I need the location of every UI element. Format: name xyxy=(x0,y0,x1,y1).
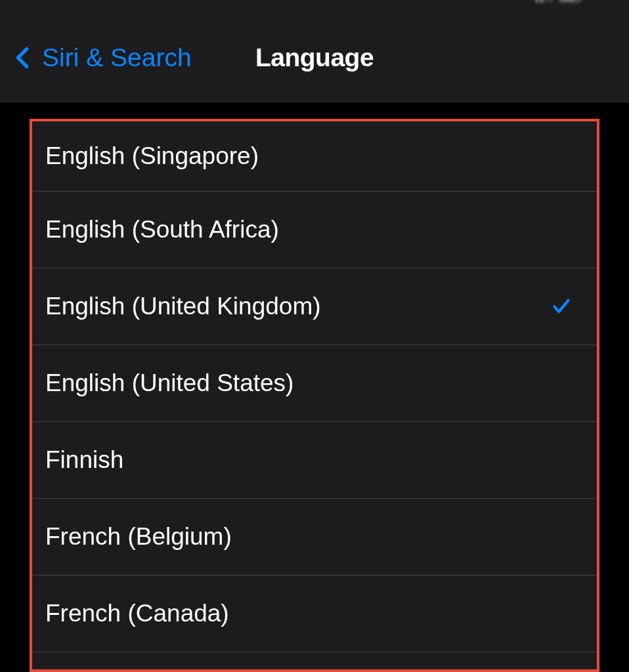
status-icons xyxy=(536,0,583,3)
battery-icon xyxy=(559,0,583,3)
language-label: Finnish xyxy=(45,446,123,474)
svg-rect-2 xyxy=(545,0,548,3)
language-label: English (United States) xyxy=(45,369,293,397)
nav-bar: Siri & Search Language xyxy=(0,13,629,102)
svg-rect-6 xyxy=(561,0,576,1)
language-row-english-us[interactable]: English (United States) xyxy=(32,345,597,422)
language-row-english-singapore[interactable]: English (Singapore) xyxy=(32,121,597,192)
checkmark-icon xyxy=(551,296,572,317)
viewport: Siri & Search Language English (Singapor… xyxy=(0,0,629,672)
language-label: English (Singapore) xyxy=(45,142,259,170)
chevron-left-icon xyxy=(16,46,29,70)
language-row-french-belgium[interactable]: French (Belgium) xyxy=(32,499,597,576)
language-row-french-canada[interactable]: French (Canada) xyxy=(32,576,597,652)
language-row-finnish[interactable]: Finnish xyxy=(32,422,597,499)
svg-rect-0 xyxy=(536,0,538,3)
signal-icon xyxy=(536,0,553,3)
language-row-english-uk[interactable]: English (United Kingdom) xyxy=(32,268,597,345)
language-list-highlight: English (Singapore) English (South Afric… xyxy=(30,119,599,672)
back-label[interactable]: Siri & Search xyxy=(42,43,192,72)
status-bar xyxy=(0,0,629,13)
svg-rect-1 xyxy=(540,0,543,3)
svg-rect-3 xyxy=(550,0,552,3)
language-row-english-south-africa[interactable]: English (South Africa) xyxy=(32,192,597,268)
back-button[interactable] xyxy=(16,46,29,70)
language-label: English (United Kingdom) xyxy=(45,293,321,320)
language-label: English (South Africa) xyxy=(45,216,279,243)
language-label: French (Belgium) xyxy=(45,523,232,551)
page-title: Language xyxy=(255,43,374,72)
language-label: French (Canada) xyxy=(45,600,229,627)
content-area: English (Singapore) English (South Afric… xyxy=(0,102,629,672)
